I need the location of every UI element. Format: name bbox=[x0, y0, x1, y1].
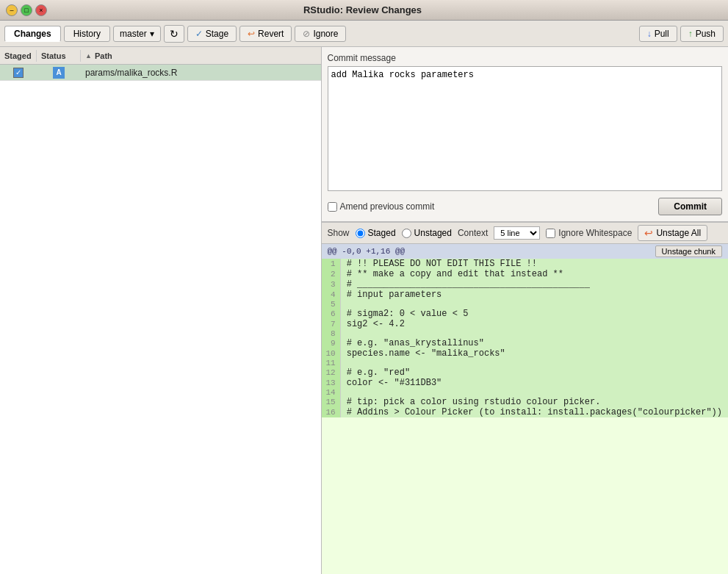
show-label: Show bbox=[328, 228, 350, 238]
line-content bbox=[341, 388, 728, 397]
pull-button[interactable]: ↓ Pull bbox=[639, 26, 677, 42]
line-number: 13 bbox=[322, 378, 341, 388]
line-content: # !! PLEASE DO NOT EDIT THIS FILE !! bbox=[341, 259, 728, 269]
line-number: 1 bbox=[322, 259, 341, 269]
line-content: species.name <- "malika_rocks" bbox=[341, 348, 728, 359]
sort-icon: ▲ bbox=[85, 52, 92, 60]
ignore-button[interactable]: ⊘ Ignore bbox=[295, 26, 346, 42]
line-content bbox=[341, 329, 728, 338]
line-number: 5 bbox=[322, 300, 341, 309]
col-status-header: Status bbox=[37, 50, 81, 62]
col-path-header: ▲ Path bbox=[81, 50, 321, 62]
line-number: 4 bbox=[322, 290, 341, 300]
branch-selector[interactable]: master ▾ bbox=[113, 26, 161, 42]
refresh-button[interactable]: ↻ bbox=[164, 25, 184, 43]
status-cell: A bbox=[37, 65, 81, 80]
ignore-whitespace-checkbox[interactable] bbox=[546, 229, 555, 238]
line-content: # input parameters bbox=[341, 290, 728, 300]
window-controls[interactable]: – □ × bbox=[6, 4, 47, 16]
line-number: 16 bbox=[322, 407, 341, 417]
push-button[interactable]: ↑ Push bbox=[680, 26, 724, 42]
line-number: 10 bbox=[322, 348, 341, 359]
file-list[interactable]: ✓ A params/malika_rocks.R bbox=[0, 65, 321, 574]
amend-checkbox[interactable] bbox=[328, 202, 337, 212]
diff-line: 12 # e.g. "red" bbox=[322, 367, 729, 378]
line-content: # ______________________________________… bbox=[341, 279, 728, 290]
toolbar: Changes History master ▾ ↻ ✓ Stage ↩ Rev… bbox=[0, 21, 728, 47]
right-panel: Commit message Amend previous commit Com… bbox=[322, 47, 729, 574]
revert-icon: ↩ bbox=[248, 29, 255, 39]
ignore-icon: ⊘ bbox=[303, 29, 310, 39]
staged-checkbox[interactable]: ✓ bbox=[13, 68, 24, 78]
revert-button[interactable]: ↩ Revert bbox=[239, 26, 292, 42]
commit-message-input[interactable] bbox=[328, 66, 723, 191]
line-number: 15 bbox=[322, 397, 341, 407]
staged-radio[interactable] bbox=[356, 229, 365, 238]
unstaged-radio-label[interactable]: Unstaged bbox=[402, 228, 452, 238]
diff-line: 4 # input parameters bbox=[322, 290, 729, 300]
line-content: # tip: pick a color using rstudio colour… bbox=[341, 397, 728, 407]
toolbar-right: ↓ Pull ↑ Push bbox=[639, 26, 724, 42]
maximize-button[interactable]: □ bbox=[21, 4, 32, 16]
line-content: color <- "#311DB3" bbox=[341, 378, 728, 388]
line-number: 6 bbox=[322, 309, 341, 319]
tab-history[interactable]: History bbox=[64, 26, 110, 42]
line-content: # e.g. "red" bbox=[341, 367, 728, 378]
diff-line: 7 sig2 <- 4.2 bbox=[322, 319, 729, 329]
diff-line: 15 # tip: pick a color using rstudio col… bbox=[322, 397, 729, 407]
line-number: 12 bbox=[322, 367, 341, 378]
commit-message-label: Commit message bbox=[328, 53, 723, 63]
file-list-header: Staged Status ▲ Path bbox=[0, 47, 321, 65]
branch-label: master bbox=[120, 29, 147, 39]
pull-icon: ↓ bbox=[647, 29, 652, 39]
check-icon: ✓ bbox=[195, 29, 203, 39]
staged-checkbox-cell[interactable]: ✓ bbox=[0, 66, 37, 79]
minimize-button[interactable]: – bbox=[6, 4, 18, 16]
commit-button[interactable]: Commit bbox=[658, 198, 722, 215]
show-toolbar: Show Staged Unstaged Context 1 line 3 li… bbox=[322, 222, 729, 244]
amend-label[interactable]: Amend previous commit bbox=[328, 201, 435, 212]
context-label: Context bbox=[458, 228, 488, 238]
tab-changes[interactable]: Changes bbox=[4, 26, 61, 42]
line-content: # sigma2: 0 < value < 5 bbox=[341, 309, 728, 319]
unstaged-radio[interactable] bbox=[402, 229, 411, 238]
ignore-whitespace-label[interactable]: Ignore Whitespace bbox=[546, 228, 632, 238]
staged-radio-label[interactable]: Staged bbox=[356, 228, 396, 238]
diff-chunk-header: @@ -0,0 +1,16 @@ Unstage chunk bbox=[322, 244, 729, 259]
diff-line: 13 color <- "#311DB3" bbox=[322, 378, 729, 388]
diff-line: 3 # ____________________________________… bbox=[322, 279, 729, 290]
line-content: sig2 <- 4.2 bbox=[341, 319, 728, 329]
col-staged-header: Staged bbox=[0, 50, 37, 62]
title-bar: – □ × RStudio: Review Changes bbox=[0, 0, 728, 21]
unstage-chunk-button[interactable]: Unstage chunk bbox=[655, 245, 722, 257]
line-content: # ** make a copy and edit that instead *… bbox=[341, 269, 728, 279]
main-content: Staged Status ▲ Path ✓ A params/malika_r… bbox=[0, 47, 728, 574]
file-path[interactable]: params/malika_rocks.R bbox=[81, 66, 321, 79]
window-title: RStudio: Review Changes bbox=[47, 4, 678, 15]
line-content bbox=[341, 359, 728, 367]
diff-line: 8 bbox=[322, 329, 729, 338]
diff-line: 16 # Addins > Colour Picker (to install:… bbox=[322, 407, 729, 417]
stage-button[interactable]: ✓ Stage bbox=[187, 26, 237, 42]
left-panel: Staged Status ▲ Path ✓ A params/malika_r… bbox=[0, 47, 322, 574]
diff-line: 9 # e.g. "anas_krystallinus" bbox=[322, 338, 729, 348]
line-number: 14 bbox=[322, 388, 341, 397]
unstage-all-button[interactable]: ↩ Unstage All bbox=[638, 225, 707, 241]
context-select[interactable]: 1 line 3 line 5 line 10 line bbox=[494, 226, 540, 240]
diff-line: 2 # ** make a copy and edit that instead… bbox=[322, 269, 729, 279]
close-button[interactable]: × bbox=[35, 4, 47, 16]
diff-content[interactable]: @@ -0,0 +1,16 @@ Unstage chunk 1 # !! PL… bbox=[322, 244, 729, 574]
table-row[interactable]: ✓ A params/malika_rocks.R bbox=[0, 65, 321, 81]
diff-line: 6 # sigma2: 0 < value < 5 bbox=[322, 309, 729, 319]
commit-footer: Amend previous commit Commit bbox=[328, 198, 723, 215]
unstage-all-icon: ↩ bbox=[644, 227, 653, 239]
diff-lines: 1 # !! PLEASE DO NOT EDIT THIS FILE !! 2… bbox=[322, 259, 729, 417]
status-badge: A bbox=[53, 67, 65, 79]
line-content: # e.g. "anas_krystallinus" bbox=[341, 338, 728, 348]
diff-line: 14 bbox=[322, 388, 729, 397]
diff-section: Show Staged Unstaged Context 1 line 3 li… bbox=[322, 222, 729, 574]
line-number: 9 bbox=[322, 338, 341, 348]
chunk-header-text: @@ -0,0 +1,16 @@ bbox=[328, 247, 406, 256]
diff-line: 10 species.name <- "malika_rocks" bbox=[322, 348, 729, 359]
line-number: 2 bbox=[322, 269, 341, 279]
